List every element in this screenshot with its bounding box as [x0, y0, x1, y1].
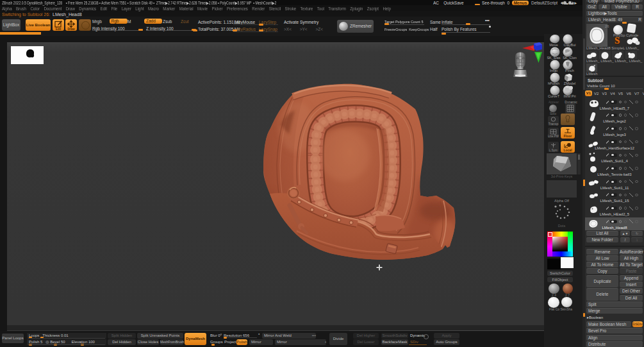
svg-text:Edit: Edit [55, 27, 61, 30]
svg-text:Draw: Draw [67, 27, 75, 30]
